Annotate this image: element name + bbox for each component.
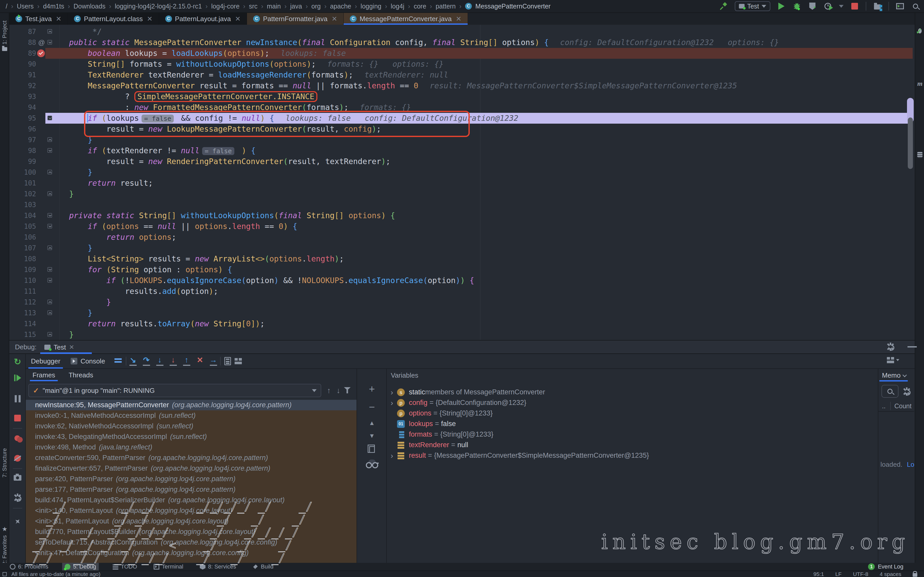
frame-row[interactable]: newInstance:95, MessagePatternConverter(… <box>26 400 357 410</box>
line-number[interactable]: 112 <box>9 297 36 308</box>
fold-marker-icon[interactable] <box>47 170 52 174</box>
sidebar-item-database[interactable] <box>915 152 924 160</box>
remove-watch-button[interactable]: − <box>357 401 387 413</box>
memory-col-class[interactable]: .. <box>882 402 885 410</box>
line-number[interactable]: 97 <box>9 134 36 145</box>
line-number[interactable]: 109 <box>9 264 36 275</box>
code-line[interactable]: if (!LOOKUPS.equalsIgnoreCase(option) &&… <box>60 275 913 286</box>
run-configuration-selector[interactable]: Test <box>735 1 771 11</box>
step-out-button[interactable]: ↑ <box>180 356 193 367</box>
run-with-coverage-button[interactable] <box>808 2 817 11</box>
frame-row[interactable]: invoke:43, DelegatingMethodAccessorImpl(… <box>26 432 357 442</box>
code-line[interactable]: TextRenderer textRenderer = loadMessageR… <box>60 69 913 81</box>
breadcrumb-item[interactable]: core <box>414 3 426 10</box>
breadcrumb-item[interactable]: java <box>290 3 302 10</box>
fold-marker-icon[interactable] <box>47 300 52 304</box>
line-number[interactable]: 114 <box>9 318 36 329</box>
line-number[interactable]: 115 <box>9 329 36 340</box>
code-line[interactable]: } <box>60 329 913 340</box>
stop-button[interactable] <box>850 2 859 11</box>
fold-marker-icon[interactable] <box>47 332 52 337</box>
sidebar-item-maven[interactable]: m <box>915 80 924 90</box>
run-to-cursor-button[interactable]: → <box>207 356 220 367</box>
view-breakpoints-button[interactable] <box>9 435 26 442</box>
tool-window-button-build[interactable]: Build <box>250 563 276 571</box>
tab-console[interactable]: Console <box>66 354 110 369</box>
thread-dump-button[interactable] <box>9 475 26 481</box>
breadcrumb-item[interactable]: logging-log4j2-log4j-2.15.0-rc1 <box>115 3 202 10</box>
memory-search-button[interactable] <box>882 385 898 398</box>
project-structure-button[interactable] <box>873 2 882 11</box>
thread-selector[interactable]: ✓ "main"@1 in group "main": RUNNING <box>28 384 321 397</box>
step-over-button[interactable]: ↷ <box>140 356 153 367</box>
breadcrumb-item[interactable]: pattern <box>436 3 456 10</box>
line-number[interactable]: 93 <box>9 91 36 102</box>
tab-threads[interactable]: Threads <box>62 369 100 381</box>
code-line[interactable]: if (textRenderer != null= false ) { <box>60 145 913 156</box>
code-line[interactable]: */ <box>60 26 913 37</box>
line-number[interactable]: 101 <box>9 178 36 189</box>
tool-window-toggle-icon[interactable] <box>3 572 7 576</box>
expand-chevron-icon[interactable]: › <box>387 398 397 407</box>
chevron-down-icon[interactable] <box>839 5 843 8</box>
tool-window-button-problems[interactable]: 6: Problems <box>7 563 51 571</box>
code-line[interactable]: return result; <box>60 178 913 189</box>
variable-row[interactable]: poptions={String[0]@1233} <box>387 408 878 419</box>
indent-setting[interactable]: 4 spaces <box>880 571 901 577</box>
line-number[interactable]: 107 <box>9 243 36 253</box>
inspections-ok-icon[interactable]: ✓ <box>916 27 922 36</box>
gear-icon[interactable] <box>903 388 910 395</box>
code-line[interactable]: private static String[] withoutLookupOpt… <box>60 210 913 221</box>
expand-chevron-icon[interactable]: › <box>387 388 397 397</box>
fold-marker-icon[interactable] <box>47 116 52 120</box>
frame-row[interactable]: build:770, PatternLayout$Builder(org.apa… <box>26 527 357 537</box>
layout-settings-button[interactable] <box>887 357 899 363</box>
line-number[interactable]: 111 <box>9 286 36 297</box>
breadcrumb-item[interactable]: Downloads <box>73 3 105 10</box>
editor-tab[interactable]: CTest.java✕ <box>9 13 68 25</box>
trace-settings-icon[interactable] <box>234 358 242 364</box>
code-line[interactable]: MessagePatternConverter result = formats… <box>60 81 913 91</box>
fold-marker-icon[interactable] <box>47 278 52 282</box>
line-number[interactable]: 100 <box>9 167 36 178</box>
mute-breakpoints-button[interactable] <box>9 455 26 462</box>
move-down-button[interactable]: ▼ <box>357 432 387 440</box>
expand-chevron-icon[interactable]: › <box>387 451 397 460</box>
close-icon[interactable]: ✕ <box>456 15 462 23</box>
fold-marker-icon[interactable] <box>47 213 52 218</box>
profiler-button[interactable] <box>824 2 832 11</box>
search-everywhere-button[interactable] <box>911 2 920 11</box>
fold-marker-icon[interactable] <box>47 40 52 45</box>
breadcrumb-item[interactable]: main <box>267 3 281 10</box>
frame-row[interactable]: invoke:62, NativeMethodAccessorImpl(sun.… <box>26 421 357 432</box>
code-line[interactable]: result = new RenderingPatternConverter(r… <box>60 156 913 167</box>
breadcrumb-item[interactable]: org <box>312 3 321 10</box>
build-hammer-button[interactable] <box>719 2 728 11</box>
show-execution-point-button[interactable]: ↘ <box>126 356 140 367</box>
frame-row[interactable]: <init>:61, PatternLayout(org.apache.logg… <box>26 516 357 527</box>
prev-frame-button[interactable]: ↑ <box>327 386 331 395</box>
pause-button[interactable] <box>9 395 26 402</box>
line-number[interactable]: 99 <box>9 156 36 167</box>
code-line[interactable]: for (String option : options) { <box>60 264 913 275</box>
duplicate-watch-button[interactable] <box>357 446 387 453</box>
file-encoding[interactable]: UTF-8 <box>853 571 868 577</box>
code-line[interactable]: public static MessagePatternConverter ne… <box>60 37 913 48</box>
hide-panel-button[interactable] <box>908 346 917 348</box>
frame-row[interactable]: invoke0:-1, NativeMethodAccessorImpl(sun… <box>26 410 357 421</box>
frame-row[interactable]: parse:420, PatternParser(org.apache.logg… <box>26 474 357 484</box>
line-separator[interactable]: LF <box>835 571 842 577</box>
tab-frames[interactable]: Frames <box>26 369 62 381</box>
code-line[interactable]: if (options == null || options.length ==… <box>60 221 913 232</box>
line-number[interactable]: 102 <box>9 189 36 199</box>
tool-window-button-debug[interactable]: 5: Debug <box>62 563 99 571</box>
breadcrumb-item[interactable]: d4m1ts <box>43 3 64 10</box>
evaluate-expression-icon[interactable] <box>224 357 231 365</box>
tool-window-button-terminal[interactable]: Terminal <box>151 563 186 571</box>
editor-tab[interactable]: CPatternLayout.java✕ <box>159 13 247 25</box>
code-line[interactable]: } <box>60 189 913 199</box>
editor-tab[interactable]: CPatternFormatter.java✕ <box>247 13 344 25</box>
line-number[interactable]: 103 <box>9 199 36 210</box>
line-number[interactable]: 90 <box>9 59 36 69</box>
breadcrumb-item[interactable]: log4j <box>391 3 404 10</box>
